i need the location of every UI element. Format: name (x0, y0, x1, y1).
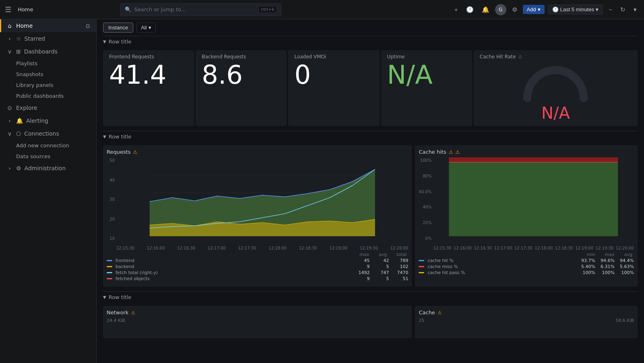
clock-button[interactable]: 🕐 (464, 4, 476, 15)
layout: ⌂ Home ◻ › ☆ Starred ∨ ⊞ Dashboards Play… (0, 19, 644, 363)
gauge-svg (519, 62, 592, 102)
sidebar-item-library-panels[interactable]: Library panels (0, 80, 96, 91)
legend-row-cache-miss: cache miss % 5.40% 6.31% 5.63% (419, 264, 634, 269)
legend-row-fetch-total: fetch total (right-y) 1492 747 7470 (107, 270, 408, 275)
stat-uptime: Uptime N/A (381, 50, 472, 126)
legend-row-cache-hit-pass: cache hit pass % 100% 100% 100% (419, 270, 634, 275)
refresh-interval-button[interactable]: ▾ (631, 4, 639, 15)
search-bar[interactable]: 🔍 Search or jump to... ctrl+k (120, 3, 281, 16)
uptime-value: N/A (387, 62, 466, 88)
chevron-right-icon3: › (6, 165, 13, 171)
frontend-requests-value: 41.4 (109, 62, 188, 88)
sidebar-item-alerting[interactable]: › 🔔 Alerting (0, 114, 96, 127)
gear-button[interactable]: ⚙ (510, 4, 520, 15)
cache-hit-rate-value: N/A (541, 104, 570, 122)
connections-icon: ⬡ (16, 130, 21, 137)
avatar[interactable]: G (495, 4, 506, 15)
sidebar-item-home[interactable]: ⌂ Home ◻ (0, 19, 96, 32)
sidebar-item-dashboards[interactable]: ∨ ⊞ Dashboards (0, 45, 96, 58)
stat-loaded-vmoi: Loaded VMOi 0 (288, 50, 379, 126)
cache-hits-warn-icon1: ⚠ (449, 149, 453, 155)
row1-collapse-icon: ▼ (103, 39, 106, 44)
sidebar-item-connections[interactable]: ∨ ⬡ Connections (0, 127, 96, 140)
chevron-down-icon: ∨ (6, 48, 13, 55)
network-chart-card: Network ⚠ 24.4 KiB (103, 306, 412, 338)
row3-title[interactable]: ▼ Row title (103, 291, 638, 303)
frontend-color (107, 260, 112, 261)
menu-icon[interactable]: ☰ (5, 5, 11, 14)
star-icon: ☆ (16, 35, 21, 42)
zoom-out-button[interactable]: − (606, 4, 615, 14)
backend-requests-value: 8.6 (202, 62, 281, 88)
tab-all[interactable]: All ▾ (136, 23, 155, 33)
network-value: 24.4 KiB (107, 318, 408, 323)
search-icon: 🔍 (125, 6, 131, 12)
sidebar-item-playlists[interactable]: Playlists (0, 58, 96, 69)
backend-color (107, 266, 112, 267)
row1-title[interactable]: ▼ Row title (103, 36, 638, 47)
explore-icon: ⊙ (6, 105, 13, 111)
bell-button[interactable]: 🔔 (479, 4, 492, 15)
search-placeholder: Search or jump to... (134, 6, 255, 12)
stat-cache-hit-rate: Cache Hit Rate ⚠ N/A (474, 50, 638, 126)
time-range-button[interactable]: 🕐 Last 5 minutes ▾ (548, 4, 603, 14)
sidebar: ⌂ Home ◻ › ☆ Starred ∨ ⊞ Dashboards Play… (0, 19, 97, 363)
legend-row-fetched-objects: fetched objects 9 5 51 (107, 276, 408, 281)
cache-right-value: 58.6 KiB (615, 318, 634, 323)
cache-hits-y-axis: 100% 80% 60.0% 40% 20% 0% (419, 157, 433, 250)
cache-hits-inner: 100% 80% 60.0% 40% 20% 0% (419, 157, 634, 250)
dashboards-icon: ⊞ (16, 48, 21, 55)
tab-instance[interactable]: Instance (103, 23, 133, 33)
chevron-right-icon: › (6, 35, 13, 42)
topbar-right: + 🕐 🔔 G ⚙ Add ▾ 🕐 Last 5 minutes ▾ − ↻ ▾ (452, 4, 639, 15)
cache-hits-chart-card: Cache hits ⚠ ⚠ 100% 80% 60.0% 40% 20% 0% (415, 145, 638, 287)
bottom-row: Network ⚠ 24.4 KiB Cache ⚠ 25 58.6 KiB (103, 306, 638, 338)
sidebar-collapse-icon: ◻ (86, 23, 90, 29)
add-button[interactable]: Add ▾ (523, 5, 545, 14)
refresh-button[interactable]: ↻ (618, 4, 628, 15)
stat-backend-requests: Backend Requests 8.6 (196, 50, 287, 126)
cache-hit-color (419, 260, 424, 261)
alerting-icon: 🔔 (16, 118, 23, 124)
cache-hit-area (449, 162, 618, 236)
network-warn-icon: ⚠ (131, 310, 135, 316)
cache-miss-color (419, 266, 424, 267)
requests-svg (116, 157, 408, 246)
loaded-vmoi-value: 0 (294, 62, 373, 88)
sidebar-item-administration[interactable]: › ⚙ Administration (0, 162, 96, 175)
requests-legend: max avg total frontend 45 42 789 backend (107, 250, 408, 283)
stats-row: Frontend Requests 41.4 Backend Requests … (103, 50, 638, 126)
sidebar-item-starred[interactable]: › ☆ Starred (0, 32, 96, 45)
cache-hits-svg (433, 157, 634, 246)
sidebar-item-data-sources[interactable]: Data sources (0, 151, 96, 162)
fetch-total-color (107, 272, 112, 273)
requests-y-axis: 50 40 30 20 10 (107, 157, 116, 250)
sidebar-item-public-dashboards[interactable]: Public dashboards (0, 91, 96, 101)
requests-chart-card: Requests ⚠ 50 40 30 20 10 (103, 145, 412, 287)
cache-hit-pass-color (419, 272, 424, 273)
cache-hits-chart-area: 12:15:30 12:16:00 12:16:30 12:17:00 12:1… (433, 157, 634, 250)
cache-chart-card: Cache ⚠ 25 58.6 KiB (415, 306, 638, 338)
cache-hit-rate-info-icon[interactable]: ⚠ (518, 54, 522, 60)
sidebar-item-explore[interactable]: ⊙ Explore (0, 101, 96, 114)
chevron-right-icon2: › (6, 118, 13, 124)
row2-title[interactable]: ▼ Row title (103, 131, 638, 142)
requests-x-labels: 12:15:30 12:16:00 12:16:30 12:17:00 12:1… (116, 246, 408, 250)
legend-row-frontend: frontend 45 42 789 (107, 258, 408, 263)
cache-hits-legend: min max avg cache hit % 93.7% 94.6% 94.4… (419, 250, 634, 277)
fetched-objects-color (107, 278, 112, 279)
cache-left-value: 25 (419, 318, 424, 323)
chevron-down-icon2: ∨ (6, 130, 13, 137)
requests-warn-icon: ⚠ (133, 149, 138, 155)
admin-icon: ⚙ (16, 165, 21, 171)
cache-hits-warn-icon2: ⚠ (456, 149, 460, 155)
row2-collapse-icon: ▼ (103, 134, 106, 139)
topbar-title: Home (18, 6, 33, 12)
plus-button[interactable]: + (452, 4, 460, 14)
topbar: ☰ Home 🔍 Search or jump to... ctrl+k + 🕐… (0, 0, 644, 19)
requests-chart-inner: 12:15:30 12:16:00 12:16:30 12:17:00 12:1… (116, 157, 408, 250)
charts-row: Requests ⚠ 50 40 30 20 10 (103, 145, 638, 287)
search-shortcut: ctrl+k (258, 6, 277, 13)
sidebar-item-add-connection[interactable]: Add new connection (0, 140, 96, 151)
sidebar-item-snapshots[interactable]: Snapshots (0, 69, 96, 80)
